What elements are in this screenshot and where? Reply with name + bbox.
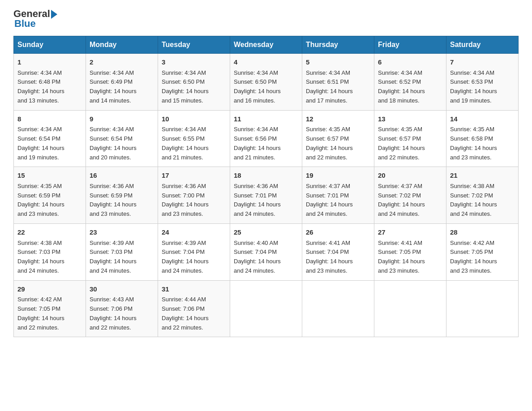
logo-blue-text: Blue (14, 19, 57, 29)
day-info: Sunrise: 4:34 AMSunset: 6:51 PMDaylight:… (306, 68, 370, 106)
day-number: 27 (378, 227, 442, 238)
day-info: Sunrise: 4:34 AMSunset: 6:48 PMDaylight:… (17, 68, 82, 106)
day-number: 21 (450, 171, 515, 181)
day-cell: 23Sunrise: 4:39 AMSunset: 7:03 PMDayligh… (86, 224, 158, 281)
day-number: 17 (162, 171, 226, 181)
calendar-table: SundayMondayTuesdayWednesdayThursdayFrid… (13, 36, 519, 337)
logo: General Blue (13, 9, 57, 29)
day-info: Sunrise: 4:36 AMSunset: 7:00 PMDaylight:… (162, 182, 226, 219)
day-info: Sunrise: 4:35 AMSunset: 6:57 PMDaylight:… (378, 125, 442, 162)
day-info: Sunrise: 4:34 AMSunset: 6:56 PMDaylight:… (234, 125, 298, 162)
day-cell: 15Sunrise: 4:35 AMSunset: 6:59 PMDayligh… (14, 167, 86, 224)
day-info: Sunrise: 4:38 AMSunset: 7:02 PMDaylight:… (450, 182, 515, 219)
day-info: Sunrise: 4:43 AMSunset: 7:06 PMDaylight:… (90, 295, 154, 332)
day-number: 13 (378, 114, 442, 124)
week-row-4: 22Sunrise: 4:38 AMSunset: 7:03 PMDayligh… (14, 224, 519, 281)
day-cell: 20Sunrise: 4:37 AMSunset: 7:02 PMDayligh… (374, 167, 446, 224)
day-info: Sunrise: 4:42 AMSunset: 7:05 PMDaylight:… (17, 295, 82, 332)
day-info: Sunrise: 4:34 AMSunset: 6:53 PMDaylight:… (450, 68, 515, 106)
day-cell: 14Sunrise: 4:35 AMSunset: 6:58 PMDayligh… (446, 110, 519, 167)
day-cell: 27Sunrise: 4:41 AMSunset: 7:05 PMDayligh… (374, 224, 446, 281)
day-info: Sunrise: 4:37 AMSunset: 7:02 PMDaylight:… (378, 182, 442, 219)
day-cell: 9Sunrise: 4:34 AMSunset: 6:54 PMDaylight… (86, 110, 158, 167)
header-saturday: Saturday (446, 36, 519, 54)
day-cell: 30Sunrise: 4:43 AMSunset: 7:06 PMDayligh… (86, 280, 158, 337)
page-header: General Blue (13, 9, 519, 29)
day-info: Sunrise: 4:41 AMSunset: 7:04 PMDaylight:… (306, 239, 370, 276)
header-tuesday: Tuesday (158, 36, 230, 54)
day-cell: 7Sunrise: 4:34 AMSunset: 6:53 PMDaylight… (446, 54, 519, 111)
day-number: 30 (90, 284, 154, 295)
day-number: 1 (17, 57, 82, 68)
day-cell: 28Sunrise: 4:42 AMSunset: 7:05 PMDayligh… (446, 224, 519, 281)
day-info: Sunrise: 4:37 AMSunset: 7:01 PMDaylight:… (306, 182, 370, 219)
day-info: Sunrise: 4:34 AMSunset: 6:54 PMDaylight:… (17, 125, 82, 162)
week-row-5: 29Sunrise: 4:42 AMSunset: 7:05 PMDayligh… (14, 280, 519, 337)
day-number: 31 (162, 284, 226, 295)
day-cell: 19Sunrise: 4:37 AMSunset: 7:01 PMDayligh… (302, 167, 374, 224)
day-cell: 25Sunrise: 4:40 AMSunset: 7:04 PMDayligh… (230, 224, 302, 281)
day-info: Sunrise: 4:34 AMSunset: 6:52 PMDaylight:… (378, 68, 442, 106)
day-cell (302, 280, 374, 337)
day-cell: 12Sunrise: 4:35 AMSunset: 6:57 PMDayligh… (302, 110, 374, 167)
day-cell: 31Sunrise: 4:44 AMSunset: 7:06 PMDayligh… (158, 280, 230, 337)
logo-triangle-icon (51, 10, 57, 19)
week-row-1: 1Sunrise: 4:34 AMSunset: 6:48 PMDaylight… (14, 54, 519, 111)
day-info: Sunrise: 4:35 AMSunset: 6:58 PMDaylight:… (450, 125, 515, 162)
day-info: Sunrise: 4:34 AMSunset: 6:49 PMDaylight:… (90, 68, 154, 106)
header-sunday: Sunday (14, 36, 86, 54)
day-number: 29 (17, 284, 82, 295)
day-cell: 8Sunrise: 4:34 AMSunset: 6:54 PMDaylight… (14, 110, 86, 167)
day-number: 23 (90, 227, 154, 238)
day-cell (230, 280, 302, 337)
day-number: 14 (450, 114, 515, 124)
day-info: Sunrise: 4:35 AMSunset: 6:57 PMDaylight:… (306, 125, 370, 162)
day-cell: 13Sunrise: 4:35 AMSunset: 6:57 PMDayligh… (374, 110, 446, 167)
day-info: Sunrise: 4:35 AMSunset: 6:59 PMDaylight:… (17, 182, 82, 219)
calendar-header-row: SundayMondayTuesdayWednesdayThursdayFrid… (14, 36, 519, 54)
day-number: 16 (90, 171, 154, 181)
day-number: 12 (306, 114, 370, 124)
week-row-3: 15Sunrise: 4:35 AMSunset: 6:59 PMDayligh… (14, 167, 519, 224)
day-info: Sunrise: 4:41 AMSunset: 7:05 PMDaylight:… (378, 239, 442, 276)
day-number: 18 (234, 171, 298, 181)
day-number: 9 (90, 114, 154, 124)
day-info: Sunrise: 4:36 AMSunset: 7:01 PMDaylight:… (234, 182, 298, 219)
day-number: 2 (90, 57, 154, 68)
day-info: Sunrise: 4:34 AMSunset: 6:55 PMDaylight:… (162, 125, 226, 162)
day-number: 8 (17, 114, 82, 124)
day-info: Sunrise: 4:38 AMSunset: 7:03 PMDaylight:… (17, 239, 82, 276)
day-info: Sunrise: 4:34 AMSunset: 6:54 PMDaylight:… (90, 125, 154, 162)
day-cell: 16Sunrise: 4:36 AMSunset: 6:59 PMDayligh… (86, 167, 158, 224)
day-cell: 24Sunrise: 4:39 AMSunset: 7:04 PMDayligh… (158, 224, 230, 281)
day-cell: 6Sunrise: 4:34 AMSunset: 6:52 PMDaylight… (374, 54, 446, 111)
day-info: Sunrise: 4:39 AMSunset: 7:04 PMDaylight:… (162, 239, 226, 276)
day-number: 10 (162, 114, 226, 124)
day-cell: 2Sunrise: 4:34 AMSunset: 6:49 PMDaylight… (86, 54, 158, 111)
day-number: 22 (17, 227, 82, 238)
day-number: 25 (234, 227, 298, 238)
day-number: 4 (234, 57, 298, 68)
header-thursday: Thursday (302, 36, 374, 54)
week-row-2: 8Sunrise: 4:34 AMSunset: 6:54 PMDaylight… (14, 110, 519, 167)
day-cell (374, 280, 446, 337)
day-info: Sunrise: 4:34 AMSunset: 6:50 PMDaylight:… (162, 68, 226, 106)
day-cell: 26Sunrise: 4:41 AMSunset: 7:04 PMDayligh… (302, 224, 374, 281)
day-number: 7 (450, 57, 515, 68)
day-number: 11 (234, 114, 298, 124)
day-number: 3 (162, 57, 226, 68)
day-info: Sunrise: 4:42 AMSunset: 7:05 PMDaylight:… (450, 239, 515, 276)
day-number: 24 (162, 227, 226, 238)
day-number: 19 (306, 171, 370, 181)
day-number: 6 (378, 57, 442, 68)
header-monday: Monday (86, 36, 158, 54)
logo-general-text: General (13, 9, 50, 19)
day-cell: 11Sunrise: 4:34 AMSunset: 6:56 PMDayligh… (230, 110, 302, 167)
header-wednesday: Wednesday (230, 36, 302, 54)
day-number: 26 (306, 227, 370, 238)
day-cell: 1Sunrise: 4:34 AMSunset: 6:48 PMDaylight… (14, 54, 86, 111)
day-info: Sunrise: 4:36 AMSunset: 6:59 PMDaylight:… (90, 182, 154, 219)
day-info: Sunrise: 4:40 AMSunset: 7:04 PMDaylight:… (234, 239, 298, 276)
day-number: 15 (17, 171, 82, 181)
day-cell: 10Sunrise: 4:34 AMSunset: 6:55 PMDayligh… (158, 110, 230, 167)
